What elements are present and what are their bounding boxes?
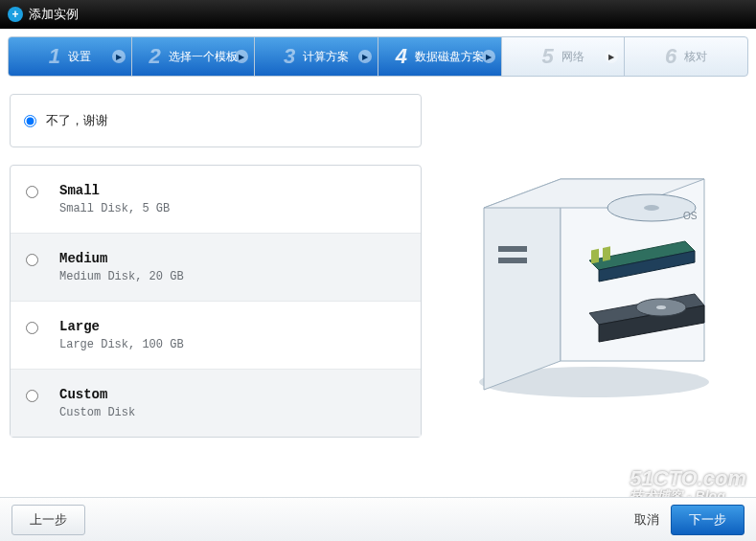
step-number: 4 [396, 44, 407, 69]
os-label: OS [683, 211, 698, 221]
watermark-line1: 51CTO.com [630, 466, 746, 490]
option-desc: Small Disk, 5 GB [59, 202, 170, 215]
chevron-right-icon: ▶ [235, 50, 248, 63]
disk-option-custom[interactable]: Custom Custom Disk [11, 370, 421, 437]
step-number: 2 [149, 44, 160, 69]
options-column: 不了，谢谢 Small Small Disk, 5 GB Medium Medi… [10, 94, 422, 455]
step-number: 1 [49, 44, 60, 69]
wizard-footer: 上一步 取消 下一步 [0, 497, 756, 541]
option-desc: Custom Disk [59, 406, 135, 419]
chevron-right-icon: ▶ [605, 50, 618, 63]
wizard-steps: 1 设置 ▶ 2 选择一个模板 ▶ 3 计算方案 ▶ 4 数据磁盘方案 ▶ 5 … [8, 36, 748, 77]
dialog-title: 添加实例 [29, 6, 79, 23]
no-thanks-option[interactable]: 不了，谢谢 [24, 112, 407, 129]
step-label: 计算方案 [303, 50, 349, 63]
no-thanks-panel: 不了，谢谢 [10, 94, 422, 147]
step-number: 5 [541, 44, 553, 69]
step-setup[interactable]: 1 设置 ▶ [9, 37, 132, 76]
svg-rect-6 [603, 246, 610, 261]
step-network: 5 网络 ▶ [502, 37, 626, 76]
disk-option-large[interactable]: Large Large Disk, 100 GB [11, 302, 421, 370]
disk-radio[interactable] [26, 254, 38, 266]
disk-options-panel: Small Small Disk, 5 GB Medium Medium Dis… [10, 165, 422, 438]
step-label: 数据磁盘方案 [415, 50, 484, 63]
step-label: 选择一个模板 [169, 50, 238, 63]
wizard-content: 不了，谢谢 Small Small Disk, 5 GB Medium Medi… [0, 84, 756, 464]
cancel-link[interactable]: 取消 [634, 511, 659, 529]
dialog-header: + 添加实例 [0, 0, 756, 29]
no-thanks-radio[interactable] [24, 115, 36, 127]
disk-radio[interactable] [26, 186, 38, 198]
add-icon: + [8, 7, 23, 22]
option-desc: Large Disk, 100 GB [59, 338, 184, 351]
server-illustration: OS [465, 150, 723, 399]
chevron-right-icon: ▶ [358, 50, 372, 63]
step-template[interactable]: 2 选择一个模板 ▶ [132, 37, 256, 76]
option-title: Large [59, 319, 184, 334]
disk-radio[interactable] [26, 390, 38, 402]
step-review: 6 核对 [625, 37, 747, 76]
disk-option-small[interactable]: Small Small Disk, 5 GB [11, 166, 421, 234]
svg-rect-2 [498, 258, 527, 263]
prev-button[interactable]: 上一步 [11, 505, 85, 535]
step-compute[interactable]: 3 计算方案 ▶ [255, 37, 378, 76]
no-thanks-label: 不了，谢谢 [46, 112, 108, 129]
disk-radio[interactable] [26, 322, 38, 334]
illustration-column: OS [441, 94, 746, 455]
step-label: 网络 [561, 50, 584, 63]
svg-point-4 [644, 205, 659, 211]
option-title: Medium [59, 251, 184, 266]
step-data-disk[interactable]: 4 数据磁盘方案 ▶ [378, 37, 502, 76]
option-desc: Medium Disk, 20 GB [59, 270, 184, 283]
disk-option-medium[interactable]: Medium Medium Disk, 20 GB [11, 234, 421, 302]
svg-rect-5 [591, 248, 599, 263]
step-number: 6 [665, 44, 676, 69]
svg-rect-1 [498, 246, 527, 252]
wizard-steps-container: 1 设置 ▶ 2 选择一个模板 ▶ 3 计算方案 ▶ 4 数据磁盘方案 ▶ 5 … [0, 29, 756, 84]
svg-point-8 [656, 305, 666, 309]
step-number: 3 [284, 44, 295, 69]
chevron-right-icon: ▶ [482, 50, 495, 63]
chevron-right-icon: ▶ [112, 50, 126, 63]
step-label: 核对 [684, 50, 707, 63]
option-title: Small [59, 183, 170, 198]
step-label: 设置 [68, 50, 91, 63]
next-button[interactable]: 下一步 [671, 505, 745, 535]
option-title: Custom [59, 387, 135, 402]
